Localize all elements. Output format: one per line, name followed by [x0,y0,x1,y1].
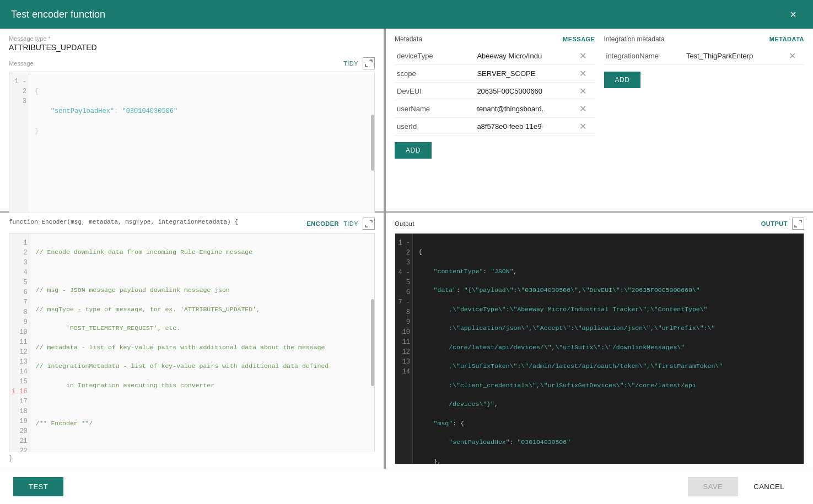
test-button[interactable]: TEST [13,477,63,496]
integration-metadata-section: Integration metadata METADATA integratio… [604,35,805,204]
message-type-value: ATTRIBUTES_UPDATED [9,43,375,52]
message-section-header: Message TIDY [9,57,375,69]
encoder-code-editor[interactable]: 1 2 3 4 5 6 7 8 9 10 [9,233,375,452]
encoder-label: ENCODER [306,220,339,227]
delete-button[interactable]: ✕ [579,104,586,114]
output-code-lines: { "contentType": "JSON", "data": "{\"pay… [413,234,804,464]
tidy-button[interactable]: TIDY [343,60,358,67]
expand-icon [794,220,802,227]
metadata-tab-button[interactable]: METADATA [769,36,804,42]
meta-key: userName [395,100,475,118]
cancel-button[interactable]: CANCEL [738,477,800,496]
output-panel-header: Output OUTPUT [395,218,804,230]
meta-value: 20635F00C5000660 [475,83,577,100]
message-panel: Message type * ATTRIBUTES_UPDATED Messag… [0,29,386,213]
metadata-split: Metadata MESSAGE deviceType Abeeway Micr… [395,35,804,204]
message-tab-button[interactable]: MESSAGE [563,36,595,42]
meta-value: SERVER_SCOPE [475,65,577,83]
metadata-title: Metadata [395,35,422,43]
message-code-editor[interactable]: 1 - 2 3 { "sentPayloadHex": "03010403050… [9,72,375,213]
closing-brace: } [9,452,375,464]
integration-metadata-title: Integration metadata [604,35,665,43]
encoder-code-lines[interactable]: // Encode downlink data from incoming Ru… [30,234,374,452]
meta-value: tenant@thingsboard. [475,100,577,118]
message-type-label: Message type * [9,35,375,42]
delete-button[interactable]: ✕ [579,121,586,132]
scroll-thumb [371,115,374,171]
meta-value: a8f578e0-feeb-11e9- [475,118,577,136]
bottom-area: function Encoder(msg, metadata, msgType,… [0,213,813,469]
metadata-header: Metadata MESSAGE [395,35,595,43]
table-row: deviceType Abeeway Micro/Indu ✕ [395,47,595,65]
delete-button[interactable]: ✕ [579,86,586,96]
save-button[interactable]: SAVE [688,477,739,496]
delete-button[interactable]: ✕ [579,68,586,79]
output-code-editor: 1 - 2 3 4 - 5 6 7 - 8 [395,233,804,464]
encoder-panel-header: function Encoder(msg, metadata, msgType,… [9,218,375,230]
meta-key: userId [395,118,475,136]
integration-metadata-header: Integration metadata METADATA [604,35,805,43]
meta-key: deviceType [395,47,475,65]
table-row: DevEUI 20635F00C5000660 ✕ [395,83,595,100]
message-actions: TIDY [343,57,375,69]
encoder-header-left: function Encoder(msg, metadata, msgType,… [9,219,238,229]
output-tab-label: OUTPUT [761,220,788,227]
table-row: scope SERVER_SCOPE ✕ [395,65,595,83]
function-signature: function Encoder(msg, metadata, msgType,… [9,219,238,225]
message-code-lines[interactable]: { "sentPayloadHex": "030104030506" } [29,72,374,213]
encoder-scroll-thumb [371,299,374,386]
meta-value: Abeeway Micro/Indu [475,47,577,65]
delete-button[interactable]: ✕ [789,51,796,61]
integration-metadata-table: integrationName Test_ThigParkEnterp ✕ [604,47,805,65]
int-meta-value: Test_ThigParkEnterp [684,47,787,65]
table-row: userId a8f578e0-feeb-11e9- ✕ [395,118,595,136]
metadata-section: Metadata MESSAGE deviceType Abeeway Micr… [395,35,595,204]
table-row: integrationName Test_ThigParkEnterp ✕ [604,47,805,65]
footer-right: SAVE CANCEL [688,477,800,496]
metadata-right-panel: Metadata MESSAGE deviceType Abeeway Micr… [386,29,813,211]
int-meta-key: integrationName [604,47,684,65]
integration-add-button[interactable]: ADD [604,72,641,88]
expand-icon [365,220,373,227]
meta-key: DevEUI [395,83,475,100]
dialog-footer: TEST SAVE CANCEL [0,469,813,504]
encoder-panel: function Encoder(msg, metadata, msgType,… [0,213,386,469]
close-button[interactable]: × [784,6,802,23]
meta-key: scope [395,65,475,83]
top-area: Message type * ATTRIBUTES_UPDATED Messag… [0,29,813,213]
table-row: userName tenant@thingsboard. ✕ [395,100,595,118]
encoder-expand-button[interactable] [363,218,375,230]
output-label: Output [395,220,414,227]
expand-icon [365,59,373,67]
expand-button[interactable] [363,57,375,69]
encoder-tidy-button[interactable]: TIDY [343,220,358,227]
output-line-numbers: 1 - 2 3 4 - 5 6 7 - 8 [395,234,413,464]
test-encoder-dialog: Test encoder function × Message type * A… [0,0,813,504]
delete-button[interactable]: ✕ [579,51,586,61]
encoder-actions: ENCODER TIDY [306,218,375,230]
message-label: Message [9,60,34,67]
output-panel: Output OUTPUT 1 - 2 3 [386,213,813,469]
encoder-line-numbers: 1 2 3 4 5 6 7 8 9 10 [9,234,30,452]
metadata-add-button[interactable]: ADD [395,142,432,159]
dialog-header: Test encoder function × [0,0,813,29]
message-line-numbers: 1 - 2 3 [9,72,29,213]
output-expand-button[interactable] [792,218,804,230]
metadata-table: deviceType Abeeway Micro/Indu ✕ scope SE… [395,47,595,136]
dialog-title: Test encoder function [11,9,105,20]
output-actions: OUTPUT [761,218,804,230]
